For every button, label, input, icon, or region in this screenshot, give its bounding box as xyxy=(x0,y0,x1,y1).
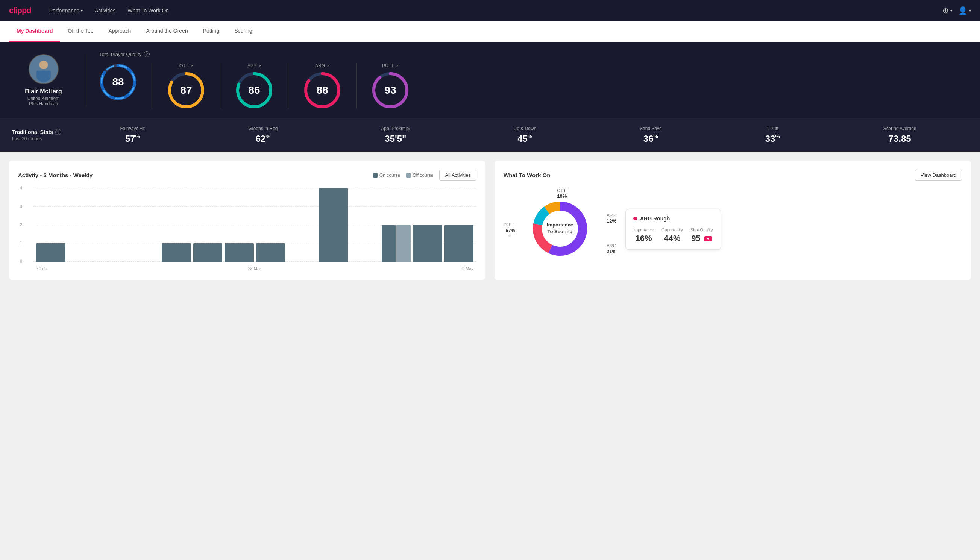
bar-off-course-11 xyxy=(396,225,411,262)
tpq-label: Total Player Quality ? xyxy=(99,51,968,57)
tab-scoring[interactable]: Scoring xyxy=(227,21,260,42)
legend-on-course-dot xyxy=(373,173,378,178)
bottom-section: Activity - 3 Months - Weekly On course O… xyxy=(0,152,980,289)
work-on-card-header: What To Work On View Dashboard xyxy=(504,170,962,180)
activity-legend: On course Off course xyxy=(373,173,434,178)
bar-on-course-13 xyxy=(444,225,474,262)
work-on-card: What To Work On View Dashboard PUTT 57% xyxy=(494,161,971,280)
bar-on-course-12 xyxy=(413,225,442,262)
arg-label: ARG ↗ xyxy=(315,63,329,68)
metric-importance: Importance 16% xyxy=(633,228,654,243)
chart-bars xyxy=(33,188,476,262)
putt-arrow: ↗ xyxy=(396,64,399,68)
work-on-title: What To Work On xyxy=(504,172,915,178)
stat-app-proximity: App. Proximity 35'5" xyxy=(381,126,410,144)
performance-chevron: ▾ xyxy=(81,8,83,13)
all-activities-button[interactable]: All Activities xyxy=(439,170,476,180)
bar-on-course-0 xyxy=(36,243,65,262)
svg-text:Importance: Importance xyxy=(547,222,573,228)
player-handicap: Plus Handicap xyxy=(29,101,58,107)
stat-scoring-average: Scoring Average 73.85 xyxy=(883,126,917,144)
bar-on-course-6 xyxy=(225,243,254,262)
ott-circle: 87 xyxy=(167,72,205,109)
arg-score-value: 88 xyxy=(316,84,328,96)
activity-chart-title: Activity - 3 Months - Weekly xyxy=(18,172,367,178)
trad-stats-help-icon[interactable]: ? xyxy=(55,129,61,135)
bar-group-13 xyxy=(444,225,474,262)
score-card-total: 88 xyxy=(99,63,152,109)
total-score-value: 88 xyxy=(112,76,124,88)
bar-on-course-11 xyxy=(382,225,396,262)
bar-group-7 xyxy=(256,243,285,262)
tab-off-the-tee[interactable]: Off the Tee xyxy=(60,21,101,42)
ott-arrow: ↗ xyxy=(190,64,193,68)
arg-donut-label: ARG 21% xyxy=(607,243,616,254)
trad-stats-label: Traditional Stats ? Last 20 rounds xyxy=(12,129,68,142)
svg-point-1 xyxy=(39,60,48,69)
nav-what-to-work-on[interactable]: What To Work On xyxy=(128,6,169,15)
putt-donut-label: PUTT 57% xyxy=(504,222,515,237)
metric-opportunity: Opportunity 44% xyxy=(662,228,683,243)
view-dashboard-button[interactable]: View Dashboard xyxy=(915,170,962,180)
top-nav: clippd Performance ▾ Activities What To … xyxy=(0,0,980,21)
user-chevron: ▾ xyxy=(969,8,971,13)
ott-label: OTT ↗ xyxy=(180,63,193,68)
legend-off-course-dot xyxy=(406,173,411,178)
bar-group-12 xyxy=(413,225,442,262)
activity-card-header: Activity - 3 Months - Weekly On course O… xyxy=(18,170,476,180)
info-metrics: Importance 16% Opportunity 44% Shot Qual… xyxy=(633,228,713,243)
donut-section: PUTT 57% xyxy=(504,188,962,271)
legend-off-course: Off course xyxy=(406,173,433,178)
stat-fairways-hit: Fairways Hit 57% xyxy=(120,126,145,144)
tabs-bar: My Dashboard Off the Tee Approach Around… xyxy=(0,21,980,42)
activity-chart-area: 4 3 2 1 0 7 Feb 28 Mar 9 May xyxy=(18,188,476,271)
player-country: United Kingdom xyxy=(27,96,60,101)
nav-activities[interactable]: Activities xyxy=(95,6,115,15)
chart-x-labels: 7 Feb 28 Mar 9 May xyxy=(33,266,476,271)
player-section: Blair McHarg United Kingdom Plus Handica… xyxy=(12,54,87,107)
activity-card: Activity - 3 Months - Weekly On course O… xyxy=(9,161,486,280)
bar-group-6 xyxy=(225,243,254,262)
app-donut-label: APP 12% xyxy=(607,213,616,224)
score-card-arg: ARG ↗ 88 xyxy=(288,63,356,109)
stat-greens-in-reg: Greens In Reg 62% xyxy=(248,126,278,144)
putt-label: PUTT ↗ xyxy=(382,63,398,68)
x-label-mar: 28 Mar xyxy=(248,266,261,271)
svg-rect-3 xyxy=(37,70,51,77)
bar-on-course-5 xyxy=(193,243,223,262)
tab-approach[interactable]: Approach xyxy=(101,21,138,42)
tpq-help-icon[interactable]: ? xyxy=(144,51,150,57)
info-card-title: ARG Rough xyxy=(633,215,713,222)
ott-score-value: 87 xyxy=(180,84,192,96)
legend-on-course: On course xyxy=(373,173,400,178)
add-chevron: ▾ xyxy=(950,8,952,13)
app-score-value: 86 xyxy=(248,84,260,96)
avatar xyxy=(28,54,59,84)
tab-around-the-green[interactable]: Around the Green xyxy=(138,21,195,42)
tab-my-dashboard[interactable]: My Dashboard xyxy=(9,21,60,42)
add-button[interactable]: ⊕▾ xyxy=(942,6,952,15)
traditional-stats-section: Traditional Stats ? Last 20 rounds Fairw… xyxy=(0,118,980,152)
score-card-ott: OTT ↗ 87 xyxy=(152,63,220,109)
hero-section: Blair McHarg United Kingdom Plus Handica… xyxy=(0,42,980,118)
trad-stats-sub: Last 20 rounds xyxy=(12,136,68,142)
ott-donut-label: OTT 10% xyxy=(557,188,567,199)
app-arrow: ↗ xyxy=(258,64,261,68)
tab-putting[interactable]: Putting xyxy=(196,21,227,42)
bar-group-11 xyxy=(382,225,411,262)
nav-performance[interactable]: Performance ▾ xyxy=(49,6,83,15)
stat-sand-save: Sand Save 36% xyxy=(640,126,662,144)
app-circle: 86 xyxy=(235,72,273,109)
putt-score-value: 93 xyxy=(384,84,396,96)
bar-group-4 xyxy=(162,243,191,262)
shot-quality-badge: ▼ xyxy=(704,236,712,242)
bar-group-9 xyxy=(319,188,348,262)
arg-circle: 88 xyxy=(303,72,341,109)
score-card-app: APP ↗ 86 xyxy=(220,63,288,109)
user-menu-button[interactable]: 👤▾ xyxy=(958,6,971,15)
stat-1-putt: 1 Putt 33% xyxy=(765,126,780,144)
x-label-feb: 7 Feb xyxy=(36,266,47,271)
scores-section: Total Player Quality ? 88 xyxy=(87,51,968,109)
metric-shot-quality: Shot Quality 95 ▼ xyxy=(690,228,713,243)
svg-text:To Scoring: To Scoring xyxy=(547,229,573,234)
